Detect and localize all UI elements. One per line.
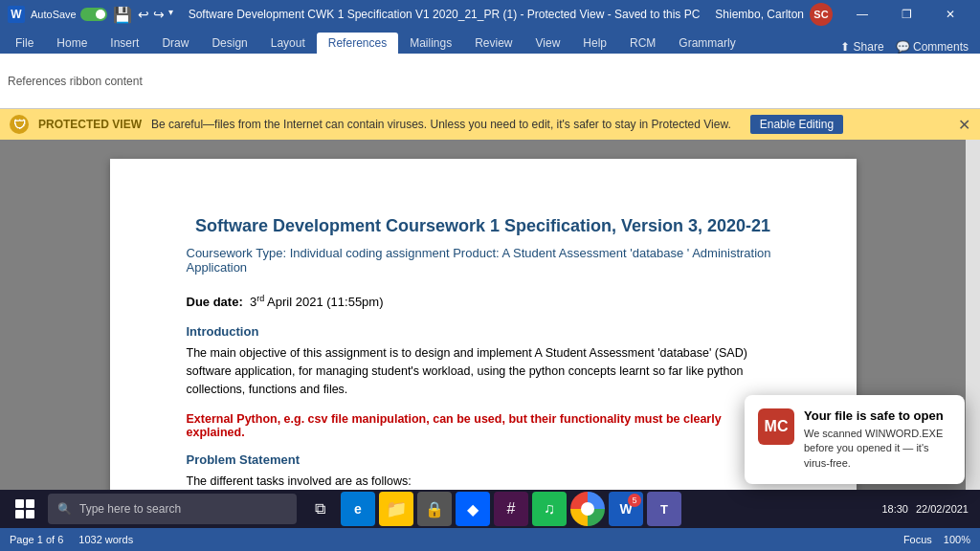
share-button[interactable]: ⬆ Share [840,40,883,54]
page-info: Page 1 of 6 [10,534,63,545]
undo-redo-group: ↩ ↪ ▾ [138,7,173,22]
title-bar: W AutoSave 💾 ↩ ↪ ▾ Software Development … [0,0,980,29]
title-bar-title: Software Development CWK 1 Specification… [173,8,716,21]
tab-design[interactable]: Design [200,33,258,54]
intro-heading: Introduction [187,324,780,339]
slack-icon[interactable]: # [494,492,528,526]
file-explorer-icon[interactable]: 📁 [379,492,413,526]
tab-references[interactable]: References [317,33,398,54]
document-due-date: Due date: 3rd April 2021 (11:55pm) [187,294,780,309]
mcafee-icon: MC [758,408,794,445]
status-bar: Page 1 of 6 1032 words Focus 100% [0,528,980,551]
vertical-scrollbar[interactable] [966,140,980,528]
warning-text: External Python, e.g. csv file manipulat… [187,412,780,439]
word-badge: 5 [628,494,641,507]
user-info: Shiembo, Carlton SC [715,3,833,26]
edge-icon[interactable]: e [341,492,375,526]
user-name: Shiembo, Carlton [715,8,804,21]
title-bar-left: W AutoSave 💾 ↩ ↪ ▾ [8,6,173,24]
taskbar: 🔍 Type here to search ⧉ e 📁 🔒 ◆ # ♫ W 5 … [0,490,980,528]
dropbox-icon[interactable]: ◆ [456,492,490,526]
enable-editing-button[interactable]: Enable Editing [750,115,843,134]
protected-shield-icon: 🛡 [10,115,29,134]
ribbon-placeholder: References ribbon content [8,75,143,88]
mcafee-body: We scanned WINWORD.EXE before you opened… [804,427,951,471]
status-left: Page 1 of 6 1032 words [10,534,133,545]
autosave-toggle[interactable] [80,8,107,21]
taskbar-apps: ⧉ e 📁 🔒 ◆ # ♫ W 5 T [302,492,681,526]
mcafee-text: Your file is safe to open We scanned WIN… [804,408,951,471]
protected-close-button[interactable]: ✕ [958,116,970,134]
protected-label: PROTECTED VIEW [38,118,142,131]
tab-rcm[interactable]: RCM [618,33,667,54]
taskview-button[interactable]: ⧉ [302,492,337,526]
document-subtitle: Coursework Type: Individual coding assig… [187,246,780,275]
close-button[interactable]: ✕ [928,0,972,29]
restore-button[interactable]: ❐ [884,0,928,29]
window-controls: — ❐ ✕ [840,0,972,29]
status-right: Focus 100% [903,534,970,545]
tab-view[interactable]: View [524,33,572,54]
start-button[interactable] [4,492,46,526]
problem-heading: Problem Statement [187,452,780,467]
comments-button[interactable]: 💬 Comments [896,40,969,54]
word-count: 1032 words [78,534,133,545]
tab-insert[interactable]: Insert [99,33,150,54]
chrome-icon[interactable] [570,492,605,526]
tab-layout[interactable]: Layout [259,33,317,54]
problem-intro: The different tasks involved are as foll… [187,473,780,491]
taskbar-time: 18:30 [881,503,908,515]
taskbar-search-label: Type here to search [79,502,181,516]
title-bar-right: Shiembo, Carlton SC — ❐ ✕ [715,0,972,29]
intro-body: The main objective of this assignment is… [187,344,780,398]
due-date-label: Due date: [187,295,243,309]
ribbon-content: References ribbon content [0,54,980,109]
user-avatar[interactable]: SC [810,3,833,26]
undo-icon[interactable]: ↩ [138,7,149,22]
focus-button[interactable]: Focus [903,534,932,545]
taskbar-search-box[interactable]: 🔍 Type here to search [48,494,297,524]
tab-mailings[interactable]: Mailings [398,33,463,54]
taskbar-date: 22/02/2021 [916,503,969,515]
lock-icon[interactable]: 🔒 [417,492,452,526]
redo-icon[interactable]: ↪ [153,7,165,22]
word-app-icon: W [8,6,25,23]
tab-help[interactable]: Help [571,33,618,54]
word-taskbar-icon[interactable]: W 5 [609,492,643,526]
tab-home[interactable]: Home [45,33,99,54]
ribbon-tab-bar: File Home Insert Draw Design Layout Refe… [0,29,980,54]
autosave-label: AutoSave [31,9,77,20]
autosave-area: AutoSave [31,8,107,21]
windows-icon [15,499,34,518]
tab-grammarly[interactable]: Grammarly [667,33,746,54]
taskbar-right: 18:30 22/02/2021 [881,503,976,515]
tab-file[interactable]: File [4,33,45,54]
save-icon[interactable]: 💾 [113,6,132,24]
document-title: Software Development Coursework 1 Specif… [187,216,780,236]
spotify-icon[interactable]: ♫ [532,492,567,526]
protected-view-bar: 🛡 PROTECTED VIEW Be careful—files from t… [0,109,980,140]
mcafee-title: Your file is safe to open [804,408,951,423]
search-icon: 🔍 [57,502,72,516]
teams-icon[interactable]: T [647,492,681,526]
tab-draw[interactable]: Draw [150,33,200,54]
mcafee-popup: MC Your file is safe to open We scanned … [745,395,965,484]
zoom-level: 100% [944,534,970,545]
tab-review[interactable]: Review [463,33,523,54]
due-date-value: 3rd April 2021 (11:55pm) [250,295,384,309]
protected-message: Be careful—files from the Internet can c… [151,118,731,131]
minimize-button[interactable]: — [840,0,884,29]
